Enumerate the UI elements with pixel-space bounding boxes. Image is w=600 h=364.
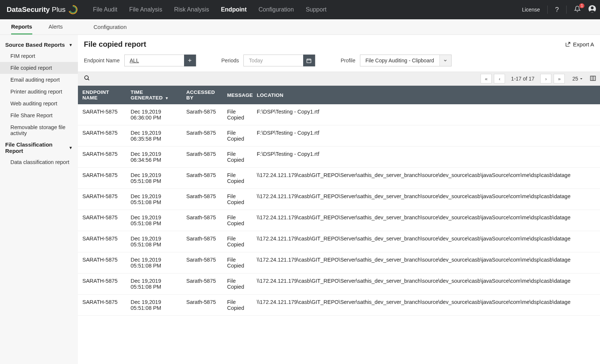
help-icon[interactable]: ? [555,6,559,14]
sub-tab-reports[interactable]: Reports [11,19,32,35]
page-title: File copied report [84,40,146,49]
col-time[interactable]: TIME GENERATED▼ [126,86,182,104]
top-bar: DataSecurity Plus File AuditFile Analysi… [0,0,600,19]
cell-message: File Copied [223,125,252,147]
results-table: ENDPOINT NAME TIME GENERATED▼ ACCESSED B… [78,86,600,316]
pager-first[interactable]: « [481,74,492,83]
table-toolbar: « ‹ 1-17 of 17 › » 25 [78,72,600,86]
sidebar-item-removable-storage-file-activity[interactable]: Removable storage file activity [0,121,78,139]
table-row[interactable]: SARATH-5875Dec 19,2019 05:51:08 PMSarath… [78,252,600,273]
main-content: File copied report Export A Endpoint Nam… [78,35,600,364]
endpoint-label: Endpoint Name [84,58,120,63]
table-header: ENDPOINT NAME TIME GENERATED▼ ACCESSED B… [78,86,600,104]
cell-accessed: Sarath-5875 [182,189,223,210]
calendar-button[interactable] [303,55,315,66]
cell-accessed: Sarath-5875 [182,231,223,252]
search-icon[interactable] [84,75,90,83]
pager-prev[interactable]: ‹ [494,74,505,83]
main-nav-file-analysis[interactable]: File Analysis [129,1,162,18]
pager-last[interactable]: » [554,74,565,83]
main-nav-configuration[interactable]: Configuration [259,1,294,18]
brand-text: DataSecurity Plus [7,6,65,14]
sidebar-item-email-auditing-report[interactable]: Email auditing report [0,74,78,86]
cell-time: Dec 19,2019 05:51:08 PM [126,252,182,273]
table-row[interactable]: SARATH-5875Dec 19,2019 05:51:08 PMSarath… [78,231,600,252]
svg-rect-2 [307,59,311,63]
sidebar-item-data-classification-report[interactable]: Data classification report [0,156,78,168]
cell-accessed: Sarath-5875 [182,147,223,168]
col-accessed[interactable]: ACCESSED BY [182,86,223,104]
sidebar-item-fim-report[interactable]: FIM report [0,50,78,62]
main-nav-risk-analysis[interactable]: Risk Analysis [174,1,209,18]
cell-location: \\172.24.121.179\casb\GIT_REPO\Server\sa… [252,252,600,273]
bell-icon[interactable]: 1 [574,6,581,14]
profile-select[interactable]: File Copy Auditing - Clipboard [360,55,452,66]
sidebar: Source Based Reports▼FIM reportFile copi… [0,35,78,364]
pager-info: 1-17 of 17 [507,76,538,82]
cell-accessed: Sarath-5875 [182,168,223,189]
columns-icon[interactable] [590,75,596,83]
col-message[interactable]: MESSAGE [223,86,252,104]
main-nav-endpoint[interactable]: Endpoint [221,1,246,18]
cell-message: File Copied [223,252,252,273]
user-avatar-icon[interactable] [588,5,596,15]
endpoint-add-button[interactable]: + [184,55,196,66]
brand-swirl-icon [68,4,78,15]
cell-location: \\172.24.121.179\casb\GIT_REPO\Server\sa… [252,231,600,252]
table-row[interactable]: SARATH-5875Dec 19,2019 05:51:08 PMSarath… [78,295,600,316]
main-nav-file-audit[interactable]: File Audit [93,1,117,18]
license-link[interactable]: License [522,7,540,13]
cell-location: F:\DSP\Testing - Copy1.rtf [252,104,600,125]
table-row[interactable]: SARATH-5875Dec 19,2019 05:51:08 PMSarath… [78,273,600,295]
cell-endpoint: SARATH-5875 [78,189,126,210]
profile-label: Profile [341,58,355,63]
sidebar-item-file-copied-report[interactable]: File copied report [0,62,78,74]
export-label: Export A [573,41,594,47]
cell-accessed: Sarath-5875 [182,210,223,231]
endpoint-value: ALL [125,58,184,63]
table-row[interactable]: SARATH-5875Dec 19,2019 06:34:56 PMSarath… [78,147,600,168]
sidebar-group-file-classification-report[interactable]: File Classification Report▼ [0,139,78,156]
table-row[interactable]: SARATH-5875Dec 19,2019 06:36:00 PMSarath… [78,104,600,125]
col-location[interactable]: LOCATION [252,86,600,104]
col-endpoint[interactable]: ENDPOINT NAME [78,86,126,104]
cell-location: F:\DSP\Testing - Copy1.rtf [252,147,600,168]
cell-location: \\172.24.121.179\casb\GIT_REPO\Server\sa… [252,273,600,295]
sidebar-item-file-share-report[interactable]: File Share Report [0,109,78,121]
sidebar-group-label: File Classification Report [5,141,69,154]
sidebar-group-label: Source Based Reports [5,42,65,48]
cell-endpoint: SARATH-5875 [78,295,126,316]
sidebar-item-web-auditing-report[interactable]: Web auditing report [0,98,78,109]
cell-endpoint: SARATH-5875 [78,104,126,125]
divider [566,6,567,14]
periods-select[interactable]: Today [243,55,315,66]
cell-time: Dec 19,2019 05:51:08 PM [126,231,182,252]
cell-location: \\172.24.121.179\casb\GIT_REPO\Server\sa… [252,295,600,316]
sub-tab-alerts[interactable]: Alerts [49,19,63,35]
sidebar-group-source-based-reports[interactable]: Source Based Reports▼ [0,39,78,50]
sidebar-item-printer-auditing-report[interactable]: Printer auditing report [0,86,78,98]
page-size-select[interactable]: 25 [572,76,583,82]
pager-next[interactable]: › [540,74,551,83]
export-button[interactable]: Export A [565,41,594,47]
sort-desc-icon: ▼ [165,96,168,100]
table-row[interactable]: SARATH-5875Dec 19,2019 05:51:08 PMSarath… [78,210,600,231]
cell-time: Dec 19,2019 06:35:58 PM [126,125,182,147]
cell-endpoint: SARATH-5875 [78,252,126,273]
main-nav-support[interactable]: Support [306,1,327,18]
cell-accessed: Sarath-5875 [182,295,223,316]
table-row[interactable]: SARATH-5875Dec 19,2019 06:35:58 PMSarath… [78,125,600,147]
chevron-down-icon [443,58,447,63]
periods-label: Periods [222,58,239,63]
brand-logo: DataSecurity Plus [7,4,78,15]
export-icon [565,42,571,47]
endpoint-select[interactable]: ALL + [124,55,196,66]
cell-endpoint: SARATH-5875 [78,231,126,252]
cell-time: Dec 19,2019 05:51:08 PM [126,189,182,210]
profile-dropdown-button[interactable] [439,55,451,66]
profile-value: File Copy Auditing - Clipboard [360,58,439,63]
sub-nav-configuration[interactable]: Configuration [82,19,127,35]
table-row[interactable]: SARATH-5875Dec 19,2019 05:51:08 PMSarath… [78,168,600,189]
divider [547,6,548,14]
table-row[interactable]: SARATH-5875Dec 19,2019 05:51:08 PMSarath… [78,189,600,210]
